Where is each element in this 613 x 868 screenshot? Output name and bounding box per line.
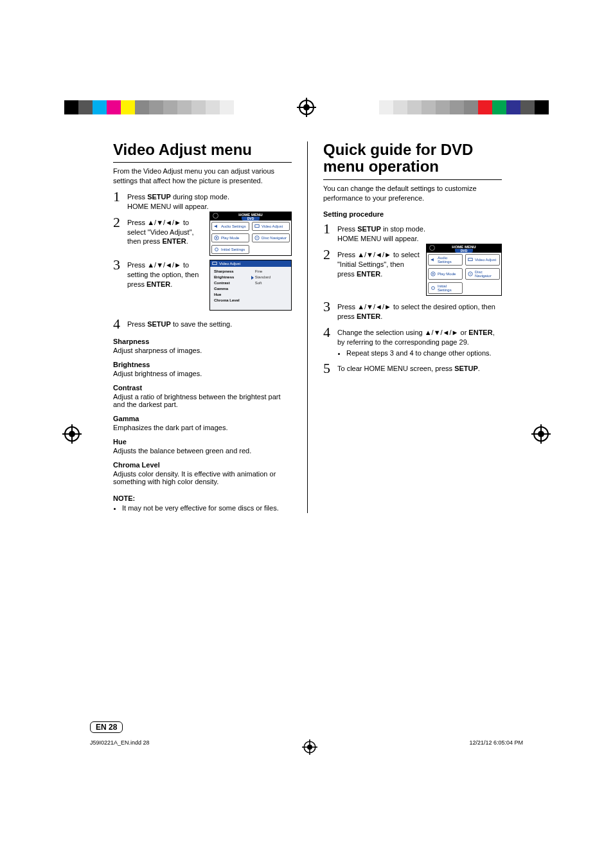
menu-item-video: Video Adjust [465,254,500,266]
svg-point-9 [470,273,471,275]
home-menu-screenshot: HOME MENU DVD Audio Settings Video Adjus… [426,244,502,296]
speaker-icon [214,224,219,229]
menu-header: HOME MENU DVD [427,244,501,253]
page-number: EN 28 [90,721,123,733]
menu-title: HOME MENU [238,213,262,217]
footer-file: J59I0221A_EN.indd 28 [90,739,150,755]
step-number: 4 [113,317,125,331]
text: in stop mode. [381,225,425,233]
text: HOME MENU will appear. [127,203,209,210]
left-column: Video Adjust menu From the Video Adjust … [113,141,292,513]
step-number: 5 [323,361,335,375]
text: Press [127,193,147,201]
home-menu-screenshot: HOME MENU DVD Audio Settings Video Adjus… [209,212,292,256]
va-title: Video Adjust [219,262,240,266]
intro-text: You can change the default settings to c… [323,184,502,203]
step-3: 3 Press ▲/▼/◄/► to setting the option, t… [113,258,203,289]
menu-item-play: Play Mode [211,233,249,242]
text: to save the setting. [171,320,232,328]
column-separator [307,141,308,513]
menu-item-audio: Audio Settings [211,222,249,231]
term-heading: Gamma [113,415,292,422]
svg-point-4 [215,248,218,251]
term-heading: Contrast [113,384,292,392]
text: ENTER [357,312,380,320]
text: SETUP [454,365,478,372]
text: . [380,312,382,320]
text: ENTER [162,237,186,245]
gear-icon [431,285,436,291]
term-desc: Adjusts the balance between green and re… [113,447,292,455]
monitor-icon [212,261,217,266]
play-icon [431,271,436,276]
note-item: It may not be very effective for some di… [122,503,292,513]
text: ENTER [357,270,380,278]
page-content: Video Adjust menu From the Video Adjust … [113,141,502,513]
svg-rect-0 [255,224,259,227]
section-heading: Video Adjust menu [113,141,292,158]
play-icon [214,235,219,240]
step-number: 1 [113,190,125,204]
menu-item-disc: Disc Navigator [252,233,290,242]
step-1: 1 Press SETUP in stop mode. HOME MENU wi… [323,222,502,244]
arrow-keys: ▲/▼/◄/► [357,251,391,258]
menu-item-video: Video Adjust [252,222,290,231]
va-header: Video Adjust [210,260,291,267]
term-desc: Adjust a ratio of brightness between the… [113,393,292,408]
svg-rect-5 [213,262,217,264]
step-1: 1 Press SETUP during stop mode. HOME MEN… [113,190,292,212]
sub-heading: Setting procedure [323,210,502,218]
text: Press [127,320,147,328]
text: . [170,280,172,288]
arrow-keys: ▲/▼/◄/► [357,303,391,311]
footer-timestamp: 12/21/12 6:05:04 PM [469,739,523,755]
term-heading: Chroma Level [113,461,292,469]
arrow-keys: ▲/▼/◄/► [147,261,181,269]
step-4: 4 Press SETUP to save the setting. [113,317,292,331]
step-5: 5 To clear HOME MENU screen, press SETUP… [323,361,502,375]
gear-icon [214,247,219,252]
monitor-icon [254,224,260,229]
menu-header: HOME MENU DVD [210,212,291,221]
step-number: 2 [113,215,125,230]
text: SETUP [147,320,171,328]
text: Press [127,219,147,226]
text: SETUP [357,225,381,233]
term-heading: Brightness [113,361,292,368]
monitor-icon [468,257,473,262]
disc-icon [429,245,435,251]
crop-mark-icon [303,741,315,753]
menu-item-initial: Initial Settings [211,245,249,254]
step-2: 2 Press ▲/▼/◄/► to select "Initial Setti… [323,248,421,279]
menu-subtitle: DVD [455,249,473,253]
text: Press [337,303,357,311]
va-options: Fine Standard Soft [251,269,271,303]
text: or [458,329,468,336]
arrow-keys: ▲/▼/◄/► [147,219,181,226]
menu-item-initial: Initial Settings [428,282,463,294]
step-number: 2 [323,248,335,262]
crop-mark-icon [533,426,549,442]
text: during stop mode. [171,193,229,201]
text: Change the selection using [337,329,425,336]
svg-point-3 [256,237,258,239]
color-bar-left [64,100,234,114]
step-number: 3 [113,258,125,272]
step-4: 4 Change the selection using ▲/▼/◄/► or … [323,325,502,358]
disc-icon [468,271,473,276]
crop-mark-icon [299,100,314,115]
sub-bullet: Repeat steps 3 and 4 to change other opt… [346,348,502,358]
menu-item-play: Play Mode [428,268,463,280]
footer: J59I0221A_EN.indd 28 12/21/12 6:05:04 PM [90,739,523,755]
arrow-keys: ▲/▼/◄/► [425,329,459,336]
term-heading: Hue [113,438,292,446]
text: HOME MENU will appear. [337,235,419,242]
note-list: It may not be very effective for some di… [113,503,292,513]
speaker-icon [431,257,436,262]
menu-item-disc: Disc Navigator [465,268,500,280]
term-desc: Adjust sharpness of images. [113,347,292,354]
term-desc: Adjusts color density. It is effective w… [113,470,292,485]
text: . [186,237,188,245]
text: To clear HOME MENU screen, press [337,365,454,372]
step-number: 4 [323,325,335,339]
